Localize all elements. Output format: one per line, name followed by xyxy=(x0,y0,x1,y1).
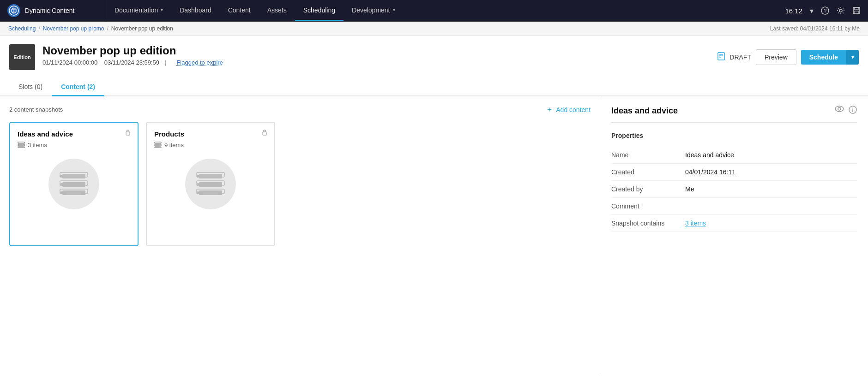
svg-point-37 xyxy=(197,175,199,178)
schedule-dropdown-button[interactable]: ▾ xyxy=(846,50,859,65)
layers-icon-1 xyxy=(18,141,25,149)
card-products[interactable]: Products 9 items xyxy=(146,122,275,246)
right-panel-title: Ideas and advice xyxy=(611,106,678,116)
right-panel: Ideas and advice Properti xyxy=(600,96,868,373)
chevron-down-icon: ▾ xyxy=(161,7,163,12)
properties-section: Properties Name Ideas and advice Created… xyxy=(611,132,857,232)
prop-value-created-by: Me xyxy=(685,181,857,198)
svg-point-41 xyxy=(838,107,841,110)
card-title-2: Products xyxy=(154,130,267,138)
chevron-down-icon: ▾ xyxy=(393,7,395,12)
svg-rect-31 xyxy=(199,174,222,178)
schedule-group: Schedule ▾ xyxy=(801,50,859,65)
nav-item-assets[interactable]: Assets xyxy=(259,0,295,21)
plus-icon: ＋ xyxy=(546,105,553,114)
svg-rect-14 xyxy=(18,142,24,143)
prop-value-name: Ideas and advice xyxy=(685,147,857,164)
card-illustration-2 xyxy=(154,159,267,209)
info-icon[interactable] xyxy=(849,106,857,116)
nav-item-content[interactable]: Content xyxy=(220,0,259,21)
svg-point-40 xyxy=(835,106,844,112)
card-ideas-and-advice[interactable]: Ideas and advice 3 items xyxy=(9,122,139,246)
right-panel-icons xyxy=(835,106,857,116)
breadcrumb-bar: Scheduling / November pop up promo / Nov… xyxy=(0,22,868,36)
nav-right: 16:12 ▾ ? xyxy=(778,0,868,21)
edition-badge: Edition xyxy=(9,44,35,70)
nav-time: 16:12 xyxy=(785,7,802,15)
breadcrumb-sep-2: / xyxy=(107,25,108,32)
prop-value-comment xyxy=(685,198,857,215)
breadcrumb-scheduling[interactable]: Scheduling xyxy=(8,25,36,32)
settings-icon[interactable] xyxy=(837,6,845,15)
eye-icon[interactable] xyxy=(835,106,844,116)
page-header: Edition November pop up edition 01/11/20… xyxy=(0,36,868,70)
add-content-button[interactable]: ＋ Add content xyxy=(546,105,591,114)
save-icon[interactable] xyxy=(852,6,861,15)
prop-row-name: Name Ideas and advice xyxy=(611,147,857,164)
prop-label-comment: Comment xyxy=(611,198,685,215)
content-count: 2 content snapshots xyxy=(9,106,63,113)
properties-heading: Properties xyxy=(611,132,857,139)
preview-button[interactable]: Preview xyxy=(756,49,796,65)
svg-rect-27 xyxy=(155,142,161,143)
prop-value-snapshot[interactable]: 3 items xyxy=(685,215,857,232)
card-title-1: Ideas and advice xyxy=(18,130,130,138)
svg-rect-28 xyxy=(155,144,161,146)
nav-item-dashboard[interactable]: Dashboard xyxy=(171,0,220,21)
lock-icon-1 xyxy=(125,129,131,137)
content-header: 2 content snapshots ＋ Add content xyxy=(9,105,591,114)
top-nav: Dynamic Content Documentation ▾ Dashboar… xyxy=(0,0,868,22)
prop-label-created: Created xyxy=(611,164,685,181)
date-range: 01/11/2024 00:00:00 – 03/11/2024 23:59:5… xyxy=(42,59,159,66)
nav-time-arrow[interactable]: ▾ xyxy=(810,6,814,15)
svg-text:?: ? xyxy=(824,8,827,14)
nav-item-documentation[interactable]: Documentation ▾ xyxy=(106,0,171,21)
card-illustration-1 xyxy=(18,159,130,209)
draft-label: DRAFT xyxy=(729,53,751,61)
breadcrumb-promo[interactable]: November pop up promo xyxy=(43,25,104,32)
prop-row-created-by: Created by Me xyxy=(611,181,857,198)
svg-point-38 xyxy=(197,183,199,186)
page-header-left: Edition November pop up edition 01/11/20… xyxy=(9,44,223,70)
schedule-button[interactable]: Schedule xyxy=(801,50,846,65)
prop-label-created-by: Created by xyxy=(611,181,685,198)
svg-rect-17 xyxy=(126,132,130,135)
right-panel-header: Ideas and advice xyxy=(611,106,857,123)
svg-rect-30 xyxy=(263,132,266,135)
svg-point-25 xyxy=(60,183,63,186)
app-logo-icon xyxy=(7,4,20,17)
svg-rect-33 xyxy=(199,182,222,187)
flagged-link[interactable]: Flagged to expire xyxy=(176,59,223,66)
svg-rect-10 xyxy=(718,53,724,60)
svg-rect-29 xyxy=(155,147,161,148)
prop-row-snapshot: Snapshot contains 3 items xyxy=(611,215,857,232)
card-items-2: 9 items xyxy=(154,141,267,149)
breadcrumb-sep-1: / xyxy=(38,25,40,32)
prop-value-created: 04/01/2024 16:11 xyxy=(685,164,857,181)
breadcrumb-edition: November pop up edition xyxy=(111,25,173,32)
tab-slots[interactable]: Slots (0) xyxy=(9,78,52,96)
nav-logo[interactable]: Dynamic Content xyxy=(0,0,106,21)
page-header-right: DRAFT Preview Schedule ▾ xyxy=(717,49,859,65)
svg-rect-18 xyxy=(62,174,85,178)
svg-point-24 xyxy=(60,175,63,178)
page-title-block: November pop up edition 01/11/2024 00:00… xyxy=(42,44,223,66)
svg-rect-20 xyxy=(62,182,85,187)
prop-row-comment: Comment xyxy=(611,198,857,215)
prop-row-created: Created 04/01/2024 16:11 xyxy=(611,164,857,181)
svg-point-6 xyxy=(839,9,842,12)
draft-icon xyxy=(717,52,726,63)
card-circle-1 xyxy=(48,159,99,209)
svg-rect-9 xyxy=(854,11,859,14)
nav-item-scheduling[interactable]: Scheduling xyxy=(295,0,344,21)
card-circle-2 xyxy=(185,159,236,209)
page-dates: 01/11/2024 00:00:00 – 03/11/2024 23:59:5… xyxy=(42,59,223,66)
svg-rect-16 xyxy=(18,147,24,148)
help-icon[interactable]: ? xyxy=(821,6,829,15)
tab-content[interactable]: Content (2) xyxy=(52,78,104,96)
prop-label-snapshot: Snapshot contains xyxy=(611,215,685,232)
nav-item-development[interactable]: Development ▾ xyxy=(344,0,404,21)
properties-table: Name Ideas and advice Created 04/01/2024… xyxy=(611,147,857,232)
app-title: Dynamic Content xyxy=(25,7,74,14)
svg-rect-15 xyxy=(18,144,24,146)
